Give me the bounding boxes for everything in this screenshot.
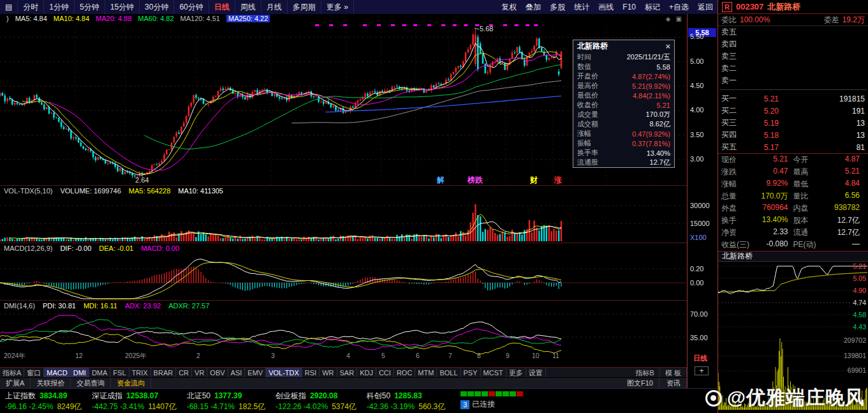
- indicator-value: VOLUME: 1699746: [60, 187, 121, 195]
- indicator-tab[interactable]: 设置: [526, 368, 546, 378]
- indicator-tab[interactable]: BRAR: [151, 368, 177, 378]
- menu-item[interactable]: 60分钟: [174, 0, 209, 14]
- rights-badge[interactable]: R: [722, 2, 732, 12]
- bid-row[interactable]: 买五5.1781: [718, 141, 868, 153]
- index-amount: 560.3亿: [418, 402, 445, 411]
- indicator-tab[interactable]: CR: [176, 368, 192, 378]
- panel-icon[interactable]: ▣: [676, 15, 682, 22]
- menu-item[interactable]: 返回: [693, 0, 717, 14]
- indicator-tab[interactable]: MTM: [415, 368, 437, 378]
- index-quote[interactable]: 深证成指12538.07-442.75 -3.41%11407亿: [92, 391, 177, 413]
- event-marker[interactable]: 榜跌: [467, 176, 483, 184]
- minichart-tab[interactable]: 北新路桥: [718, 251, 868, 262]
- event-marker[interactable]: 解: [437, 176, 445, 184]
- stat-value: 760964: [762, 203, 793, 214]
- indicator-tab[interactable]: OBV: [207, 368, 228, 378]
- indicator-name[interactable]: MACD(12,26,9): [4, 244, 52, 252]
- menu-item[interactable]: 1分钟: [44, 0, 75, 14]
- watermark-text: @优雅端庄晚风: [727, 385, 865, 411]
- ask-row[interactable]: 卖一: [718, 75, 868, 87]
- volume-chart[interactable]: [0, 197, 687, 243]
- indicator-tab[interactable]: ROC: [394, 368, 415, 378]
- indicator-tab[interactable]: 窗口: [24, 368, 44, 378]
- menu-item[interactable]: 更多 »: [321, 0, 354, 14]
- ask-row[interactable]: 卖五: [718, 26, 868, 38]
- index-quote[interactable]: 上证指数3834.89-96.16 -2.45%8249亿: [5, 391, 82, 413]
- bid-row[interactable]: 买三5.1913: [718, 117, 868, 129]
- indicator-tab[interactable]: 模 板: [660, 368, 687, 378]
- menu-item[interactable]: +自选: [665, 0, 693, 14]
- indicator-tab[interactable]: PSY: [461, 368, 481, 378]
- stat-value: 2.33: [773, 227, 793, 238]
- index-quote[interactable]: 北证501377.39-68.15 -4.71%182.5亿: [187, 391, 265, 413]
- menu-item[interactable]: 叠加: [521, 0, 545, 14]
- menu-item[interactable]: 15分钟: [105, 0, 140, 14]
- time-axis-label: 5: [381, 352, 385, 359]
- ask-row[interactable]: 卖二: [718, 63, 868, 75]
- indicator-tab[interactable]: RSI: [302, 368, 320, 378]
- menu-item[interactable]: F10: [618, 0, 640, 14]
- indicator-tab[interactable]: VR: [192, 368, 207, 378]
- bottom-tabs-right: 图文F10资讯: [621, 378, 687, 389]
- message-count-badge[interactable]: 3: [460, 400, 469, 409]
- tooltip-row-label: 开盘价: [577, 71, 598, 81]
- indicator-tab[interactable]: 指标B: [631, 368, 660, 378]
- bottom-tab[interactable]: 资金流向: [111, 378, 151, 389]
- menu-item[interactable]: 周线: [235, 0, 261, 14]
- stat-value: 9.92%: [766, 179, 793, 190]
- menu-item[interactable]: 分时: [18, 0, 44, 14]
- indicator-tab[interactable]: TRIX: [129, 368, 151, 378]
- bottom-tab[interactable]: 资讯: [661, 378, 687, 389]
- ask-row[interactable]: 卖三: [718, 50, 868, 63]
- indicator-tab[interactable]: 指标A: [0, 368, 24, 378]
- indicator-tab[interactable]: DMA: [89, 368, 110, 378]
- menu-item[interactable]: 30分钟: [140, 0, 174, 14]
- indicator-tab[interactable]: MACD: [44, 368, 70, 378]
- menu-item[interactable]: 统计: [570, 0, 594, 14]
- bottom-tab[interactable]: 图文F10: [621, 378, 659, 389]
- indicator-tab[interactable]: EMV: [245, 368, 266, 378]
- bid-row-volume: 191815: [779, 94, 865, 103]
- menu-item[interactable]: 日线: [209, 0, 235, 14]
- bottom-tab[interactable]: 交易查询: [71, 378, 111, 389]
- indicator-name[interactable]: VOL-TDX(5,10): [4, 187, 52, 195]
- indicator-tab[interactable]: WR: [320, 368, 337, 378]
- menu-item[interactable]: 画线: [594, 0, 618, 14]
- indicator-name[interactable]: DMI(14,6): [4, 302, 35, 310]
- event-marker[interactable]: 财: [530, 176, 538, 184]
- bid-row-volume: 13: [779, 131, 865, 140]
- indicator-tab[interactable]: VOL-TDX: [266, 368, 302, 378]
- menu-item[interactable]: 多股: [545, 0, 570, 14]
- menu-item[interactable]: 标记: [640, 0, 665, 14]
- indicator-tab[interactable]: CCI: [376, 368, 394, 378]
- menu-item[interactable]: 多周期: [288, 0, 321, 14]
- indicator-tab[interactable]: KDJ: [357, 368, 376, 378]
- index-quote[interactable]: 科创501285.83-42.36 -3.19%560.3亿: [367, 391, 445, 413]
- bottom-tab[interactable]: 扩展A: [0, 378, 31, 389]
- menu-item[interactable]: 5分钟: [75, 0, 105, 14]
- indicator-tab[interactable]: ASI: [228, 368, 246, 378]
- index-quote[interactable]: 创业板指2920.08-122.26 -4.02%5374亿: [276, 391, 357, 413]
- ask-row[interactable]: 卖四: [718, 38, 868, 50]
- indicator-tab[interactable]: SAR: [337, 368, 358, 378]
- menu-item[interactable]: 月线: [261, 0, 288, 14]
- event-marker[interactable]: 涨: [554, 176, 562, 184]
- indicator-tab[interactable]: 更多: [506, 368, 526, 378]
- diamond-icon[interactable]: ◈: [666, 15, 671, 22]
- menu-item[interactable]: 复权: [497, 0, 521, 14]
- stat-row: 换手13.40%股本12.7亿: [718, 214, 868, 227]
- indicator-tab[interactable]: FSL: [110, 368, 129, 378]
- macd-chart[interactable]: [0, 253, 687, 300]
- bid-row[interactable]: 买四5.1813: [718, 129, 868, 141]
- bid-row[interactable]: 买二5.20191: [718, 105, 868, 117]
- indicator-tab[interactable]: BOLL: [437, 368, 460, 378]
- indicator-tab[interactable]: MCST: [481, 368, 506, 378]
- index-line2: -42.36 -3.19%560.3亿: [367, 402, 445, 412]
- bottom-tab[interactable]: 关联报价: [31, 378, 71, 389]
- app-menu-icon[interactable]: ▤: [0, 0, 18, 14]
- period-label[interactable]: 日线: [693, 354, 707, 363]
- bid-row[interactable]: 买一5.21191815: [718, 93, 868, 105]
- add-indicator-button[interactable]: +: [695, 366, 709, 375]
- close-icon[interactable]: ×: [665, 41, 670, 51]
- indicator-tab[interactable]: DMI: [71, 368, 89, 378]
